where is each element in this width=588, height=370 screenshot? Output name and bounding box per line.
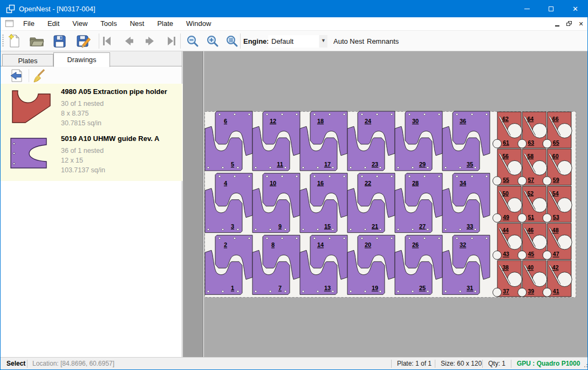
red-part-pair[interactable]: 4847 — [543, 223, 572, 259]
send-back-button[interactable] — [9, 69, 24, 83]
part-number: 32 — [460, 241, 466, 248]
red-part-pair[interactable]: 4645 — [518, 223, 547, 259]
red-part-pair[interactable]: 6463 — [518, 112, 547, 148]
part-number: 18 — [317, 118, 324, 124]
status-location: Location: [84.8696, 60.6957] — [32, 358, 114, 370]
engine-label: Engine: — [243, 31, 269, 52]
drawing-size: 12 x 15 — [61, 157, 83, 164]
mdi-restore-button[interactable] — [565, 20, 573, 28]
part-number: 58 — [527, 153, 534, 159]
part-number: 29 — [419, 161, 426, 167]
minimize-button[interactable] — [515, 1, 539, 17]
toolbar-separator — [240, 33, 241, 49]
part-number: 36 — [460, 118, 466, 124]
part-number: 62 — [502, 116, 509, 122]
zoom-extents-button[interactable] — [224, 33, 240, 49]
save-button[interactable] — [51, 33, 67, 49]
part-number: 13 — [324, 285, 331, 291]
sidebar: Plates Drawings — [1, 51, 182, 357]
drawing-item-4980[interactable]: 4980 A05 Extraction pipe holder 30 of 1 … — [1, 84, 182, 130]
part-number: 40 — [527, 264, 534, 271]
red-part-pair[interactable]: 6059 — [543, 149, 572, 185]
drawing-title: 5019 A10 UHMW guide Rev. A — [61, 134, 159, 143]
engine-dropdown-arrow-icon[interactable]: ▼ — [319, 35, 327, 48]
part-number: 23 — [372, 161, 378, 167]
last-plate-button[interactable] — [162, 33, 179, 49]
toolbar-separator — [180, 33, 181, 49]
part-number: 35 — [467, 161, 473, 167]
red-part-pair[interactable]: 4241 — [543, 260, 572, 297]
part-number: 21 — [372, 223, 378, 230]
part-number: 16 — [317, 180, 324, 186]
red-part-pair[interactable]: 5655 — [493, 149, 522, 185]
part-number: 60 — [552, 153, 559, 159]
close-button[interactable]: ✕ — [563, 1, 587, 17]
red-part-pair[interactable]: 6665 — [543, 112, 572, 148]
tab-drawings[interactable]: Drawings — [53, 52, 110, 67]
part-number: 57 — [528, 177, 534, 183]
red-part-pair[interactable]: 5049 — [493, 186, 522, 223]
minimize-icon — [524, 9, 530, 9]
open-button[interactable] — [29, 33, 45, 49]
auto-nest-button[interactable]: Auto Nest — [333, 31, 364, 52]
document-window-icon[interactable] — [5, 20, 13, 27]
menu-window[interactable]: Window — [180, 17, 217, 30]
part-number: 66 — [552, 116, 559, 122]
drawing-list: 4980 A05 Extraction pipe holder 30 of 1 … — [1, 84, 182, 181]
drawing-item-5019[interactable]: 5019 A10 UHMW guide Rev. A 36 of 1 neste… — [1, 130, 182, 177]
first-plate-button[interactable] — [100, 33, 116, 49]
menu-plate[interactable]: Plate — [151, 17, 180, 30]
part-number: 49 — [503, 214, 509, 220]
mdi-minimize-button[interactable] — [553, 20, 562, 28]
red-part-pair[interactable]: 4443 — [493, 223, 522, 259]
part-number: 24 — [365, 118, 372, 124]
remnants-button[interactable]: Remnants — [367, 31, 399, 52]
save-as-button[interactable] — [75, 33, 91, 49]
menu-view[interactable]: View — [66, 17, 94, 30]
part-number: 42 — [552, 264, 559, 271]
menubar: File Edit View Tools Nest Plate Window ✕ — [1, 17, 587, 30]
red-part-pair[interactable]: 5251 — [518, 186, 547, 223]
part-number: 44 — [502, 227, 509, 233]
tab-plates[interactable]: Plates — [2, 54, 53, 66]
zoom-out-button[interactable] — [184, 33, 201, 49]
red-part-pair[interactable]: 3837 — [493, 260, 522, 297]
menu-edit[interactable]: Edit — [41, 17, 66, 30]
panel-splitter[interactable] — [183, 51, 203, 357]
status-qty: Qty: 1 — [488, 358, 505, 370]
engine-select[interactable]: Default — [268, 35, 319, 48]
menu-nest[interactable]: Nest — [124, 17, 151, 30]
part-number: 14 — [317, 241, 324, 248]
red-part-pair[interactable]: 5453 — [543, 186, 572, 223]
drawing-nested-count: 30 of 1 nested — [61, 100, 104, 107]
broom-icon — [31, 69, 46, 83]
red-part-pair[interactable]: 6261 — [493, 112, 522, 148]
zoom-in-button[interactable] — [204, 33, 221, 49]
red-part-pair[interactable]: 5857 — [518, 149, 547, 185]
drawing-nested-count: 36 of 1 nested — [61, 147, 104, 154]
clear-button[interactable] — [31, 69, 46, 83]
part-number: 59 — [553, 177, 559, 183]
resize-grip[interactable] — [584, 362, 585, 363]
menu-tools[interactable]: Tools — [94, 17, 123, 30]
menu-file[interactable]: File — [17, 17, 41, 30]
nest-plate-view[interactable]: 6512111817242330293635431091615222128273… — [204, 51, 588, 357]
nest-canvas-area[interactable]: 6512111817242330293635431091615222128273… — [204, 51, 588, 357]
red-part-pair[interactable]: 4039 — [518, 260, 547, 297]
status-separator — [511, 360, 511, 368]
part-number: 34 — [460, 180, 467, 186]
part-number: 46 — [527, 227, 534, 233]
drawing-area: 103.7137 sq/in — [61, 166, 105, 174]
part-number: 27 — [419, 223, 426, 230]
part-number: 5 — [231, 161, 234, 167]
previous-plate-button[interactable] — [121, 33, 137, 49]
drawings-toolbar — [1, 67, 182, 84]
next-plate-button[interactable] — [142, 33, 158, 49]
zoom-in-icon — [206, 35, 219, 48]
maximize-button[interactable] — [539, 1, 563, 17]
toolbar-grip[interactable] — [2, 35, 4, 48]
mdi-close-button[interactable]: ✕ — [577, 20, 585, 28]
part-number: 52 — [527, 190, 534, 197]
new-button[interactable] — [6, 33, 23, 49]
subtoolbar-separator — [29, 69, 29, 82]
